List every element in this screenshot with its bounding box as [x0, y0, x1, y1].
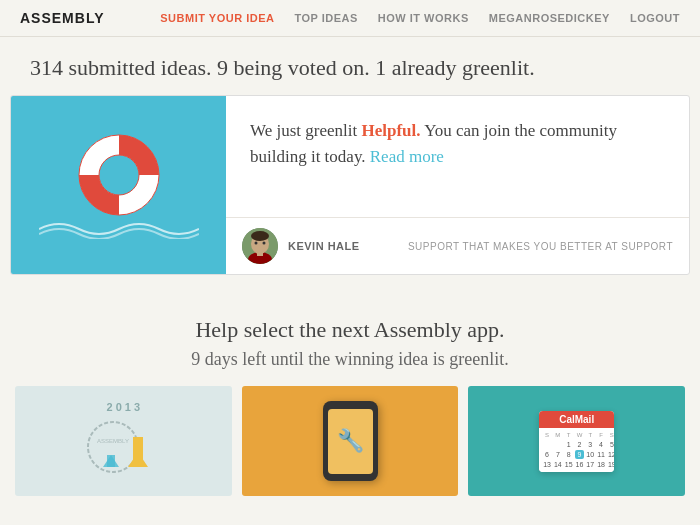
cal-day-15: 15: [564, 460, 574, 469]
cal-day-6: 6: [542, 450, 552, 459]
meta-tagline: SUPPORT THAT MAKES YOU BETTER AT SUPPORT: [408, 241, 673, 252]
avatar-inner: [242, 228, 278, 264]
nav-how-it-works[interactable]: HOW IT WORKS: [378, 12, 469, 24]
cal-header-t1: T: [564, 431, 574, 439]
cal-day-12: 12: [607, 450, 614, 459]
cal-header-s1: S: [542, 431, 552, 439]
wrench-icon: 🔧: [337, 428, 364, 454]
calendar-title: CalMail: [539, 411, 614, 428]
wave-svg: [39, 219, 199, 239]
svg-marker-14: [133, 437, 143, 467]
greenlit-read-more[interactable]: Read more: [370, 147, 444, 166]
ideas-row: 2 0 1 3 ASSEMBLY 🔧: [10, 386, 690, 496]
nav-links: SUBMIT YOUR IDEA TOP IDEAS HOW IT WORKS …: [160, 12, 680, 24]
cal-day-1: 1: [564, 440, 574, 449]
cal-header-f: F: [596, 431, 606, 439]
nav-submit-idea[interactable]: SUBMIT YOUR IDEA: [160, 12, 274, 24]
year-badge: 2 0 1 3: [107, 401, 141, 413]
cal-day-7: 7: [553, 450, 563, 459]
cal-day-5: 5: [607, 440, 614, 449]
select-title: Help select the next Assembly app.: [20, 317, 680, 343]
cal-day-18: 18: [596, 460, 606, 469]
phone-screen: 🔧: [328, 409, 373, 474]
svg-rect-16: [107, 455, 115, 467]
cal-day-14: 14: [553, 460, 563, 469]
idea-card-2[interactable]: 🔧: [242, 386, 459, 496]
cal-day-10: 10: [585, 450, 595, 459]
select-section: Help select the next Assembly app. 9 day…: [0, 295, 700, 386]
life-ring-container: [74, 130, 164, 220]
idea-card-1[interactable]: 2 0 1 3 ASSEMBLY: [15, 386, 232, 496]
greenlit-text: We just greenlit Helpful. You can join t…: [226, 96, 689, 217]
cal-header-m: M: [553, 431, 563, 439]
cal-day-empty1: [542, 440, 552, 449]
stats-bar: 314 submitted ideas. 9 being voted on. 1…: [0, 37, 700, 95]
svg-point-9: [255, 242, 258, 245]
calendar-widget: CalMail S M T W T F S 1 2 3 4 5 6 7 8 9: [539, 411, 614, 472]
life-ring-icon: [74, 130, 164, 220]
svg-point-10: [263, 242, 266, 245]
cal-day-9-today: 9: [575, 450, 585, 459]
cal-day-3: 3: [585, 440, 595, 449]
stats-text: 314 submitted ideas. 9 being voted on. 1…: [30, 55, 535, 80]
avatar-svg: [242, 228, 278, 264]
greenlit-card: We just greenlit Helpful. You can join t…: [10, 95, 690, 275]
greenlit-highlight: Helpful.: [361, 121, 420, 140]
person-name: KEVIN HALE: [288, 240, 360, 252]
waves: [11, 219, 226, 239]
greenlit-image: [11, 96, 226, 274]
svg-text:ASSEMBLY: ASSEMBLY: [97, 438, 129, 444]
nav-logout[interactable]: LOGOUT: [630, 12, 680, 24]
cal-day-empty2: [553, 440, 563, 449]
nav-top-ideas[interactable]: TOP IDEAS: [294, 12, 357, 24]
cal-day-16: 16: [575, 460, 585, 469]
calendar-body: S M T W T F S 1 2 3 4 5 6 7 8 9 10 11: [539, 428, 614, 472]
greenlit-meta: KEVIN HALE SUPPORT THAT MAKES YOU BETTER…: [226, 217, 689, 274]
cal-day-13: 13: [542, 460, 552, 469]
cal-day-8: 8: [564, 450, 574, 459]
arrows-image: ASSEMBLY: [83, 417, 163, 481]
cal-header-w: W: [575, 431, 585, 439]
svg-point-8: [251, 231, 269, 241]
greenlit-pre: We just greenlit: [250, 121, 361, 140]
navbar: ASSEMBLY SUBMIT YOUR IDEA TOP IDEAS HOW …: [0, 0, 700, 37]
idea-card-3[interactable]: CalMail S M T W T F S 1 2 3 4 5 6 7 8 9: [468, 386, 685, 496]
cal-day-2: 2: [575, 440, 585, 449]
brand-logo: ASSEMBLY: [20, 10, 105, 26]
stamp-svg: ASSEMBLY: [83, 417, 163, 477]
avatar: [242, 228, 278, 264]
cal-header-t2: T: [585, 431, 595, 439]
greenlit-content: We just greenlit Helpful. You can join t…: [226, 96, 689, 274]
select-subtitle: 9 days left until the winning idea is gr…: [20, 349, 680, 370]
nav-account[interactable]: MEGANROSEDICKEY: [489, 12, 610, 24]
cal-day-17: 17: [585, 460, 595, 469]
cal-header-s2: S: [607, 431, 614, 439]
phone-icon: 🔧: [323, 401, 378, 481]
cal-day-11: 11: [596, 450, 606, 459]
cal-day-4: 4: [596, 440, 606, 449]
stamp-container: ASSEMBLY: [83, 417, 163, 481]
cal-day-19: 19: [607, 460, 614, 469]
